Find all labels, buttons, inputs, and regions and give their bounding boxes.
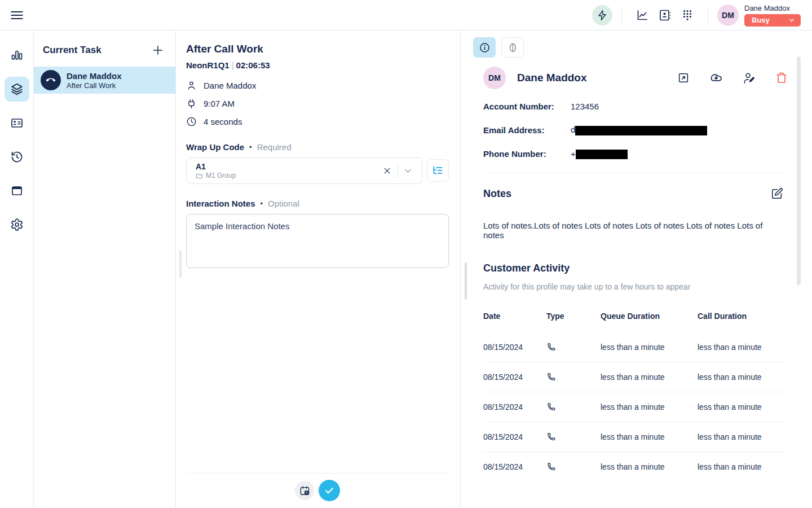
wrap-up-tree-button[interactable] bbox=[427, 159, 449, 182]
profile-avatar: DM bbox=[483, 67, 506, 89]
lightning-icon bbox=[597, 10, 608, 21]
open-profile-button[interactable] bbox=[676, 70, 691, 86]
nav-queues[interactable] bbox=[5, 77, 29, 102]
tab-info[interactable] bbox=[473, 37, 496, 58]
id-card-icon bbox=[10, 116, 24, 130]
task-list-item[interactable]: Dane Maddox After Call Work bbox=[34, 67, 175, 94]
table-row[interactable]: 08/15/2024 less than a minute less than … bbox=[483, 452, 785, 481]
task-type-label: After Call Work bbox=[67, 81, 122, 90]
wrap-up-code-value: A1 bbox=[196, 162, 379, 171]
acw-contact-name: Dane Maddox bbox=[204, 81, 256, 90]
email-value: d bbox=[571, 125, 707, 135]
table-row[interactable]: 08/15/2024 less than a minute less than … bbox=[483, 422, 785, 452]
acw-title: After Call Work bbox=[186, 43, 449, 55]
profile-tabs bbox=[473, 37, 785, 58]
status-dropdown[interactable]: Busy bbox=[744, 14, 801, 27]
layers-icon bbox=[10, 82, 24, 97]
user-avatar[interactable]: DM bbox=[717, 5, 739, 26]
interaction-notes-input[interactable]: Sample Interaction Notes bbox=[186, 214, 449, 268]
info-icon bbox=[479, 42, 491, 54]
nav-settings[interactable] bbox=[5, 212, 29, 237]
dialpad-icon bbox=[681, 8, 694, 22]
notes-title: Notes bbox=[483, 188, 511, 200]
wrap-up-code-label: Wrap Up Code bbox=[186, 142, 244, 152]
cloud-download-icon bbox=[709, 71, 723, 85]
divider bbox=[621, 7, 622, 23]
calendar-clock-icon bbox=[299, 485, 310, 496]
contacts-button[interactable] bbox=[654, 4, 676, 27]
col-call-duration: Call Duration bbox=[698, 312, 785, 321]
complete-acw-button[interactable] bbox=[319, 480, 340, 501]
line-chart-icon bbox=[636, 8, 649, 22]
brain-icon bbox=[507, 42, 519, 54]
wrap-up-code-group: M1 Group bbox=[206, 172, 236, 179]
acw-duration: 4 seconds bbox=[204, 117, 242, 126]
after-call-work-panel: After Call Work NeonR1Q1|02:06:53 Dane M… bbox=[176, 30, 460, 508]
current-task-title: Current Task bbox=[43, 45, 102, 56]
redaction-bar bbox=[576, 150, 628, 159]
nav-contacts[interactable] bbox=[5, 111, 29, 135]
wrap-up-code-select[interactable]: A1 M1 Group bbox=[186, 157, 422, 184]
phone-icon bbox=[546, 462, 601, 472]
external-link-icon bbox=[677, 72, 690, 84]
divider bbox=[398, 164, 398, 178]
chevron-down-icon[interactable] bbox=[400, 163, 416, 179]
reports-button[interactable] bbox=[631, 4, 654, 27]
nav-history[interactable] bbox=[5, 144, 29, 169]
top-bar: DM Dane Maddox Busy bbox=[0, 0, 812, 30]
table-row[interactable]: 08/15/2024 less than a minute less than … bbox=[483, 332, 785, 362]
tree-list-icon bbox=[432, 165, 443, 176]
dialpad-button[interactable] bbox=[676, 4, 699, 27]
chevron-down-icon bbox=[788, 17, 795, 24]
table-row[interactable]: 08/15/2024 less than a minute less than … bbox=[483, 392, 785, 422]
window-icon bbox=[10, 184, 24, 198]
tab-insights[interactable] bbox=[501, 37, 524, 58]
edit-pencil-icon bbox=[771, 187, 783, 200]
hamburger-menu-icon[interactable] bbox=[9, 7, 25, 23]
acw-queue: NeonR1Q1 bbox=[186, 60, 230, 70]
mid-panel-scrollbar[interactable] bbox=[179, 251, 182, 278]
redaction-bar bbox=[575, 126, 707, 135]
divider bbox=[708, 7, 708, 23]
plug-icon bbox=[186, 98, 197, 109]
phone-icon bbox=[546, 372, 601, 382]
nav-browser[interactable] bbox=[5, 178, 29, 203]
nav-dashboard[interactable] bbox=[5, 43, 29, 68]
phone-icon bbox=[546, 432, 601, 442]
customer-activity-title: Customer Activity bbox=[483, 262, 785, 274]
profile-scrollbar[interactable] bbox=[797, 56, 801, 285]
notes-text: Lots of notes.Lots of notes Lots of note… bbox=[483, 221, 785, 240]
history-icon bbox=[10, 150, 24, 164]
status-label: Busy bbox=[752, 16, 770, 24]
phone-label: Phone Number: bbox=[483, 149, 571, 159]
schedule-callback-button[interactable] bbox=[295, 481, 314, 500]
current-task-panel: Current Task Dane Maddox After Call Work bbox=[34, 30, 176, 508]
left-nav-rail bbox=[0, 30, 34, 508]
profile-name: Dane Maddox bbox=[517, 72, 676, 84]
folder-icon bbox=[196, 172, 203, 179]
account-number-value: 123456 bbox=[571, 102, 599, 111]
quick-actions-button[interactable] bbox=[592, 5, 612, 25]
edit-notes-button[interactable] bbox=[769, 186, 785, 202]
activity-table-header: Date Type Queue Duration Call Duration bbox=[483, 305, 785, 327]
acw-queue-timer: NeonR1Q1|02:06:53 bbox=[186, 60, 449, 70]
optional-label: Optional bbox=[268, 199, 299, 208]
divider bbox=[483, 173, 785, 173]
delete-contact-button[interactable] bbox=[774, 70, 789, 86]
acw-timer: 02:06:53 bbox=[236, 60, 270, 70]
user-name: Dane Maddox bbox=[744, 4, 801, 12]
trash-icon bbox=[775, 72, 788, 84]
col-queue-duration: Queue Duration bbox=[601, 312, 698, 321]
customer-activity-subtitle: Activity for this profile may take up to… bbox=[483, 282, 785, 291]
person-icon bbox=[186, 80, 197, 91]
edit-contact-button[interactable] bbox=[741, 70, 757, 86]
phone-value: + bbox=[571, 149, 628, 160]
download-profile-button[interactable] bbox=[708, 70, 724, 86]
bar-chart-icon bbox=[10, 49, 24, 62]
task-contact-name: Dane Maddox bbox=[67, 71, 122, 81]
add-task-button[interactable] bbox=[151, 43, 165, 58]
clear-icon[interactable] bbox=[379, 163, 395, 179]
panel-resize-handle[interactable] bbox=[465, 262, 467, 300]
phone-icon bbox=[546, 402, 601, 412]
table-row[interactable]: 08/15/2024 less than a minute less than … bbox=[483, 362, 785, 392]
